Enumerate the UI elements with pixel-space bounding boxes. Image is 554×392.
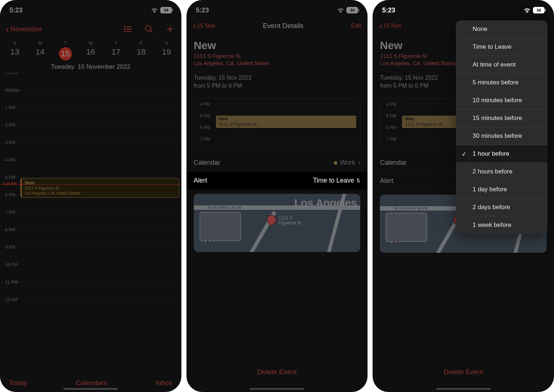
alert-option[interactable]: 5 minutes before xyxy=(456,74,547,92)
date-cell[interactable]: 13 xyxy=(2,47,28,60)
alert-option[interactable]: 1 week before xyxy=(456,216,547,234)
event-name: New xyxy=(194,39,361,52)
date-cell[interactable]: 16 xyxy=(78,47,104,60)
alert-option[interactable]: 1 day before xyxy=(456,181,547,199)
calendar-nav: ‹ November xyxy=(0,17,181,41)
date-cell[interactable]: 19 xyxy=(154,47,179,60)
alert-option[interactable]: 2 hours before xyxy=(456,163,547,181)
delete-event-button[interactable]: Delete Event xyxy=(186,368,368,376)
back-button[interactable]: ‹ 15 Nov xyxy=(379,21,401,31)
lookaround-icon[interactable]: 👓 xyxy=(203,237,212,245)
alert-row[interactable]: Alert Time to Leave⇅ xyxy=(186,172,368,189)
date-cell[interactable]: 15 xyxy=(53,47,78,60)
updown-icon: ⇅ xyxy=(356,178,360,183)
edit-button[interactable]: Edit xyxy=(351,23,361,29)
alert-option[interactable]: 30 minutes before xyxy=(456,127,547,145)
inbox-button[interactable]: Inbox xyxy=(156,379,172,387)
today-button[interactable]: Today xyxy=(9,379,27,387)
svg-point-5 xyxy=(124,31,125,32)
calendar-event[interactable]: New1111 S Figueroa StLos Angeles, CA, Un… xyxy=(20,178,179,198)
map-pin-label: 1111 SFigueroa St xyxy=(279,216,301,226)
wifi-icon xyxy=(337,8,344,13)
wifi-icon xyxy=(523,8,531,13)
current-time-indicator: 5:24 PM xyxy=(0,184,181,185)
event-details-alert-picker: 5:23 34 ‹ 15 Nov New 1111 S Figueroa St … xyxy=(373,0,554,392)
back-label: November xyxy=(11,25,43,33)
full-date: Tuesday 15 November 2022 xyxy=(0,63,181,73)
details-nav: ‹ 15 Nov Event Details Edit xyxy=(186,17,368,34)
date-cell[interactable]: 18 xyxy=(129,47,154,60)
location-map[interactable]: Los AngelesW OLYMPIC BLVD1111 SFigueroa … xyxy=(194,194,361,252)
home-indicator[interactable] xyxy=(250,388,304,390)
svg-point-3 xyxy=(124,26,125,27)
alert-option[interactable]: Time to Leave xyxy=(456,38,547,56)
home-indicator[interactable] xyxy=(63,388,118,390)
wifi-icon xyxy=(151,8,158,13)
delete-event-button[interactable]: Delete Event xyxy=(373,368,554,376)
lookaround-icon[interactable]: 👓 xyxy=(389,237,398,246)
event-location[interactable]: 1111 S Figueroa St Los Angeles, CA, Unit… xyxy=(194,52,361,67)
alert-options-menu: NoneTime to LeaveAt time of event5 minut… xyxy=(456,20,547,234)
status-bar: 5:23 34 xyxy=(0,0,181,17)
event-details-view: 5:23 34 ‹ 15 Nov Event Details Edit New … xyxy=(186,0,368,392)
alert-option[interactable]: ✓1 hour before xyxy=(456,145,547,163)
home-indicator[interactable] xyxy=(436,388,491,390)
alert-option[interactable]: None xyxy=(456,20,547,38)
chevron-left-icon: ‹ xyxy=(379,21,382,31)
calendar-color-dot xyxy=(334,161,337,165)
alert-option[interactable]: 15 minutes before xyxy=(456,109,547,127)
back-button[interactable]: ‹ November xyxy=(6,24,42,34)
svg-point-6 xyxy=(145,25,151,31)
timeline[interactable]: 11 AMMidday1 PM2 PM3 PM4 PM5 PM6 PM7 PM8… xyxy=(0,73,181,327)
status-time: 5:23 xyxy=(9,7,23,14)
date-cell[interactable]: 17 xyxy=(103,47,129,60)
list-icon[interactable] xyxy=(123,24,133,35)
alert-option[interactable]: At time of event xyxy=(456,56,547,74)
svg-line-7 xyxy=(150,30,153,33)
status-bar: 5:23 34 xyxy=(186,0,368,17)
checkmark-icon: ✓ xyxy=(462,151,466,157)
page-title: Event Details xyxy=(263,22,304,30)
calendar-row[interactable]: Calendar Work› xyxy=(186,154,368,172)
event-datetime: Tuesday, 15 Nov 2022 from 5 PM to 6 PM xyxy=(194,74,361,90)
battery-icon: 34 xyxy=(533,7,545,13)
calendar-day-view: 5:23 34 ‹ November SMTWTFS 1314151617181… xyxy=(0,0,181,392)
chevron-left-icon: ‹ xyxy=(193,21,196,31)
battery-icon: 34 xyxy=(346,7,358,13)
back-button[interactable]: ‹ 15 Nov xyxy=(193,21,215,31)
bottom-toolbar: Today Calendars Inbox xyxy=(0,379,181,387)
alert-option[interactable]: 10 minutes before xyxy=(456,92,547,109)
alert-option[interactable]: 2 days before xyxy=(456,199,547,216)
chevron-right-icon: › xyxy=(358,159,360,167)
chevron-left-icon: ‹ xyxy=(6,24,9,34)
add-icon[interactable] xyxy=(165,24,176,35)
search-icon[interactable] xyxy=(144,24,154,35)
status-time: 5:23 xyxy=(196,7,209,14)
mini-timeline[interactable]: 4 PM5 PM6 PM7 PMNew1111 S Figueroa St... xyxy=(194,98,361,150)
status-time: 5:23 xyxy=(382,7,395,14)
weekday-header: SMTWTFS xyxy=(0,41,181,46)
battery-icon: 34 xyxy=(160,7,172,13)
svg-point-4 xyxy=(124,29,125,29)
date-row[interactable]: 13141516171819 xyxy=(0,46,181,63)
calendars-button[interactable]: Calendars xyxy=(76,379,107,387)
status-bar: 5:23 34 xyxy=(373,0,554,17)
date-cell[interactable]: 14 xyxy=(28,47,53,60)
mini-event[interactable]: New1111 S Figueroa St... xyxy=(216,116,357,128)
